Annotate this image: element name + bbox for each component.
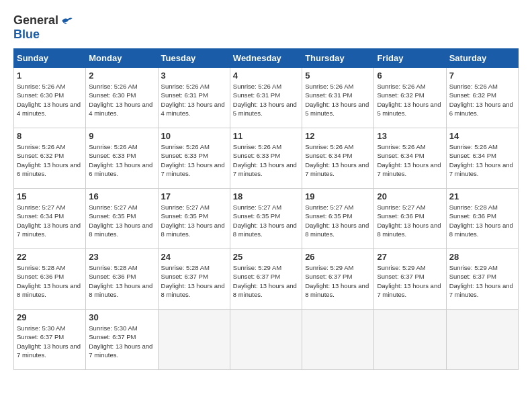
day-number: 1 — [17, 71, 83, 81]
day-info: Sunrise: 5:28 AM Sunset: 6:37 PM Dayligh… — [161, 263, 227, 299]
day-cell-7: 7 Sunrise: 5:26 AM Sunset: 6:32 PM Dayli… — [446, 68, 518, 128]
day-number: 11 — [233, 131, 299, 141]
day-cell-19: 19 Sunrise: 5:27 AM Sunset: 6:35 PM Dayl… — [302, 189, 374, 249]
day-number: 25 — [233, 252, 299, 262]
day-cell-17: 17 Sunrise: 5:27 AM Sunset: 6:35 PM Dayl… — [158, 189, 230, 249]
day-number: 14 — [449, 131, 515, 141]
logo-general-text: General — [13, 13, 58, 28]
calendar-week-row: 8 Sunrise: 5:26 AM Sunset: 6:32 PM Dayli… — [14, 128, 519, 189]
day-number: 28 — [449, 252, 515, 262]
day-info: Sunrise: 5:29 AM Sunset: 6:37 PM Dayligh… — [305, 263, 371, 299]
day-cell-16: 16 Sunrise: 5:27 AM Sunset: 6:35 PM Dayl… — [86, 189, 158, 249]
calendar-week-row: 15 Sunrise: 5:27 AM Sunset: 6:34 PM Dayl… — [14, 189, 519, 249]
day-info: Sunrise: 5:30 AM Sunset: 6:37 PM Dayligh… — [89, 324, 154, 359]
logo: General Blue — [13, 13, 73, 42]
weekday-header-saturday: Saturday — [446, 49, 518, 68]
day-info: Sunrise: 5:28 AM Sunset: 6:36 PM Dayligh… — [17, 263, 83, 299]
day-cell-21: 21 Sunrise: 5:28 AM Sunset: 6:36 PM Dayl… — [446, 189, 518, 249]
day-cell-20: 20 Sunrise: 5:27 AM Sunset: 6:36 PM Dayl… — [374, 189, 446, 249]
day-cell-11: 11 Sunrise: 5:26 AM Sunset: 6:33 PM Dayl… — [230, 128, 302, 189]
day-info: Sunrise: 5:27 AM Sunset: 6:36 PM Dayligh… — [377, 203, 443, 238]
day-cell-3: 3 Sunrise: 5:26 AM Sunset: 6:31 PM Dayli… — [158, 68, 230, 128]
header: General Blue — [13, 13, 519, 42]
day-cell-23: 23 Sunrise: 5:28 AM Sunset: 6:36 PM Dayl… — [86, 249, 158, 310]
weekday-header-wednesday: Wednesday — [230, 49, 302, 68]
empty-cell — [230, 310, 302, 370]
empty-cell — [374, 310, 446, 370]
day-info: Sunrise: 5:28 AM Sunset: 6:36 PM Dayligh… — [449, 203, 515, 238]
day-info: Sunrise: 5:27 AM Sunset: 6:35 PM Dayligh… — [161, 203, 227, 238]
day-cell-26: 26 Sunrise: 5:29 AM Sunset: 6:37 PM Dayl… — [302, 249, 374, 310]
day-cell-18: 18 Sunrise: 5:27 AM Sunset: 6:35 PM Dayl… — [230, 189, 302, 249]
day-cell-29: 29 Sunrise: 5:30 AM Sunset: 6:37 PM Dayl… — [14, 310, 86, 370]
day-info: Sunrise: 5:29 AM Sunset: 6:37 PM Dayligh… — [377, 263, 443, 299]
day-info: Sunrise: 5:27 AM Sunset: 6:35 PM Dayligh… — [89, 203, 154, 238]
day-info: Sunrise: 5:26 AM Sunset: 6:32 PM Dayligh… — [17, 142, 83, 178]
weekday-header-friday: Friday — [374, 49, 446, 68]
day-cell-15: 15 Sunrise: 5:27 AM Sunset: 6:34 PM Dayl… — [14, 189, 86, 249]
day-cell-27: 27 Sunrise: 5:29 AM Sunset: 6:37 PM Dayl… — [374, 249, 446, 310]
day-number: 26 — [305, 252, 371, 262]
day-cell-8: 8 Sunrise: 5:26 AM Sunset: 6:32 PM Dayli… — [14, 128, 86, 189]
day-number: 29 — [17, 312, 83, 322]
logo-blue-text: Blue — [13, 28, 40, 42]
logo-bird-icon — [60, 14, 73, 28]
day-cell-28: 28 Sunrise: 5:29 AM Sunset: 6:37 PM Dayl… — [446, 249, 518, 310]
weekday-header-thursday: Thursday — [302, 49, 374, 68]
day-number: 13 — [377, 131, 443, 141]
day-info: Sunrise: 5:27 AM Sunset: 6:34 PM Dayligh… — [17, 203, 83, 238]
day-number: 3 — [161, 71, 227, 81]
day-info: Sunrise: 5:29 AM Sunset: 6:37 PM Dayligh… — [449, 263, 515, 299]
day-number: 4 — [233, 71, 299, 81]
day-cell-1: 1 Sunrise: 5:26 AM Sunset: 6:30 PM Dayli… — [14, 68, 86, 128]
day-number: 16 — [89, 191, 154, 201]
day-info: Sunrise: 5:26 AM Sunset: 6:31 PM Dayligh… — [233, 82, 299, 118]
day-number: 9 — [89, 131, 154, 141]
day-info: Sunrise: 5:28 AM Sunset: 6:36 PM Dayligh… — [89, 263, 154, 299]
day-info: Sunrise: 5:27 AM Sunset: 6:35 PM Dayligh… — [305, 203, 371, 238]
day-cell-6: 6 Sunrise: 5:26 AM Sunset: 6:32 PM Dayli… — [374, 68, 446, 128]
day-info: Sunrise: 5:26 AM Sunset: 6:30 PM Dayligh… — [17, 82, 83, 118]
day-number: 2 — [89, 71, 154, 81]
day-number: 20 — [377, 191, 443, 201]
day-info: Sunrise: 5:26 AM Sunset: 6:33 PM Dayligh… — [233, 142, 299, 178]
day-info: Sunrise: 5:29 AM Sunset: 6:37 PM Dayligh… — [233, 263, 299, 299]
day-cell-10: 10 Sunrise: 5:26 AM Sunset: 6:33 PM Dayl… — [158, 128, 230, 189]
day-cell-12: 12 Sunrise: 5:26 AM Sunset: 6:34 PM Dayl… — [302, 128, 374, 189]
day-info: Sunrise: 5:26 AM Sunset: 6:32 PM Dayligh… — [377, 82, 443, 118]
empty-cell — [446, 310, 518, 370]
weekday-header-tuesday: Tuesday — [158, 49, 230, 68]
day-info: Sunrise: 5:26 AM Sunset: 6:34 PM Dayligh… — [305, 142, 371, 178]
day-cell-24: 24 Sunrise: 5:28 AM Sunset: 6:37 PM Dayl… — [158, 249, 230, 310]
day-info: Sunrise: 5:26 AM Sunset: 6:31 PM Dayligh… — [305, 82, 371, 118]
calendar-week-row: 22 Sunrise: 5:28 AM Sunset: 6:36 PM Dayl… — [14, 249, 519, 310]
weekday-header-monday: Monday — [86, 49, 158, 68]
day-number: 27 — [377, 252, 443, 262]
day-number: 19 — [305, 191, 371, 201]
day-info: Sunrise: 5:30 AM Sunset: 6:37 PM Dayligh… — [17, 324, 83, 359]
day-number: 10 — [161, 131, 227, 141]
day-cell-2: 2 Sunrise: 5:26 AM Sunset: 6:30 PM Dayli… — [86, 68, 158, 128]
day-number: 24 — [161, 252, 227, 262]
calendar-week-row: 1 Sunrise: 5:26 AM Sunset: 6:30 PM Dayli… — [14, 68, 519, 128]
day-cell-30: 30 Sunrise: 5:30 AM Sunset: 6:37 PM Dayl… — [86, 310, 158, 370]
day-info: Sunrise: 5:26 AM Sunset: 6:33 PM Dayligh… — [161, 142, 227, 178]
day-number: 6 — [377, 71, 443, 81]
day-info: Sunrise: 5:26 AM Sunset: 6:34 PM Dayligh… — [377, 142, 443, 178]
day-info: Sunrise: 5:26 AM Sunset: 6:32 PM Dayligh… — [449, 82, 515, 118]
weekday-header-row: SundayMondayTuesdayWednesdayThursdayFrid… — [14, 49, 519, 68]
day-number: 5 — [305, 71, 371, 81]
calendar-table: SundayMondayTuesdayWednesdayThursdayFrid… — [13, 48, 519, 370]
day-number: 18 — [233, 191, 299, 201]
day-info: Sunrise: 5:26 AM Sunset: 6:30 PM Dayligh… — [89, 82, 154, 118]
calendar-week-row: 29 Sunrise: 5:30 AM Sunset: 6:37 PM Dayl… — [14, 310, 519, 370]
day-cell-14: 14 Sunrise: 5:26 AM Sunset: 6:34 PM Dayl… — [446, 128, 518, 189]
day-cell-5: 5 Sunrise: 5:26 AM Sunset: 6:31 PM Dayli… — [302, 68, 374, 128]
day-info: Sunrise: 5:26 AM Sunset: 6:34 PM Dayligh… — [449, 142, 515, 178]
day-number: 15 — [17, 191, 83, 201]
weekday-header-sunday: Sunday — [14, 49, 86, 68]
day-number: 23 — [89, 252, 154, 262]
day-number: 8 — [17, 131, 83, 141]
day-info: Sunrise: 5:26 AM Sunset: 6:33 PM Dayligh… — [89, 142, 154, 178]
day-number: 17 — [161, 191, 227, 201]
